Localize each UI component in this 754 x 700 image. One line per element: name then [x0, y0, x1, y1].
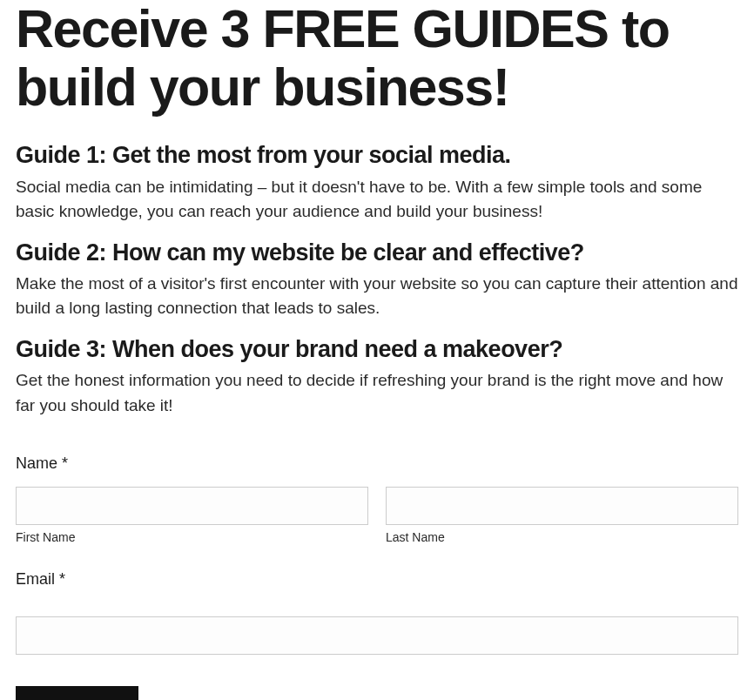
last-name-col: Last Name [386, 487, 738, 544]
name-label: Name * [16, 454, 738, 473]
submit-button[interactable]: SUBMIT [16, 686, 138, 700]
email-group: Email * [16, 570, 738, 655]
guide-1-title: Guide 1: Get the most from your social m… [16, 141, 738, 169]
first-name-input[interactable] [16, 487, 368, 525]
signup-form: Name * First Name Last Name Email * SUBM… [16, 454, 738, 700]
name-row: First Name Last Name [16, 487, 738, 544]
guide-3-description: Get the honest information you need to d… [16, 368, 738, 418]
page-title: Receive 3 FREE GUIDES to build your busi… [16, 0, 738, 117]
email-input[interactable] [16, 616, 738, 655]
last-name-sublabel: Last Name [386, 530, 738, 544]
first-name-sublabel: First Name [16, 530, 368, 544]
guide-2-title: Guide 2: How can my website be clear and… [16, 239, 738, 266]
guide-1-description: Social media can be intimidating – but i… [16, 175, 738, 225]
first-name-col: First Name [16, 487, 368, 544]
last-name-input[interactable] [386, 487, 738, 525]
email-label: Email * [16, 570, 738, 589]
guide-3-title: Guide 3: When does your brand need a mak… [16, 335, 738, 363]
guide-2-description: Make the most of a visitor's first encou… [16, 272, 738, 321]
